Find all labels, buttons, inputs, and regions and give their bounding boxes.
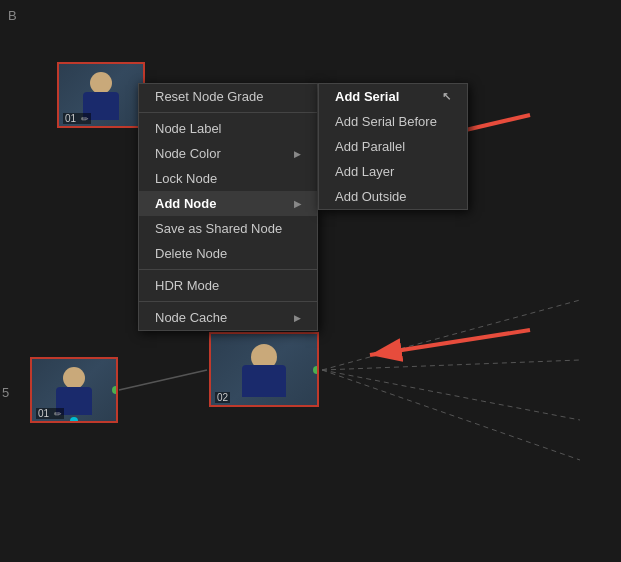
menu-item-node-cache[interactable]: Node Cache (139, 305, 317, 330)
menu-item-node-label[interactable]: Node Label (139, 116, 317, 141)
menu-item-reset-node-grade[interactable]: Reset Node Grade (139, 84, 317, 109)
node-bottom-left-label: 01 ✏ (36, 408, 64, 419)
svg-line-4 (322, 360, 580, 370)
submenu-item-add-serial-before[interactable]: Add Serial Before (319, 109, 467, 134)
node-top-label: 01 ✏ (63, 113, 91, 124)
submenu: Add Serial ↖ Add Serial Before Add Paral… (318, 83, 468, 210)
separator-1 (139, 112, 317, 113)
node-bottom-right-label: 02 (215, 392, 230, 403)
node-bottom-left-bottom-dot[interactable] (70, 417, 78, 423)
node-bottom-right-out-dot[interactable] (313, 366, 319, 374)
cursor-indicator: ↖ (442, 90, 451, 103)
b-label: B (8, 8, 17, 23)
node-bottom-right[interactable]: 02 (209, 332, 319, 407)
node-graph: B 5 01 ✏ (0, 0, 621, 562)
menu-item-node-color[interactable]: Node Color (139, 141, 317, 166)
menu-item-hdr-mode[interactable]: HDR Mode (139, 273, 317, 298)
menu-item-delete-node[interactable]: Delete Node (139, 241, 317, 266)
svg-line-3 (322, 300, 580, 370)
context-menu: Reset Node Grade Node Label Node Color L… (138, 83, 318, 331)
svg-line-5 (322, 370, 580, 420)
separator-2 (139, 269, 317, 270)
five-label: 5 (2, 385, 9, 400)
svg-line-7 (119, 370, 207, 390)
submenu-item-add-layer[interactable]: Add Layer (319, 159, 467, 184)
submenu-item-add-parallel[interactable]: Add Parallel (319, 134, 467, 159)
menu-item-add-node[interactable]: Add Node (139, 191, 317, 216)
submenu-item-add-serial[interactable]: Add Serial ↖ (319, 84, 467, 109)
menu-item-save-shared-node[interactable]: Save as Shared Node (139, 216, 317, 241)
node-bottom-left[interactable]: 01 ✏ (30, 357, 118, 423)
svg-line-6 (322, 370, 580, 460)
separator-3 (139, 301, 317, 302)
svg-line-10 (370, 330, 530, 355)
node-bottom-left-out-dot[interactable] (112, 386, 118, 394)
node-top[interactable]: 01 ✏ (57, 62, 145, 128)
submenu-item-add-outside[interactable]: Add Outside (319, 184, 467, 209)
menu-item-lock-node[interactable]: Lock Node (139, 166, 317, 191)
